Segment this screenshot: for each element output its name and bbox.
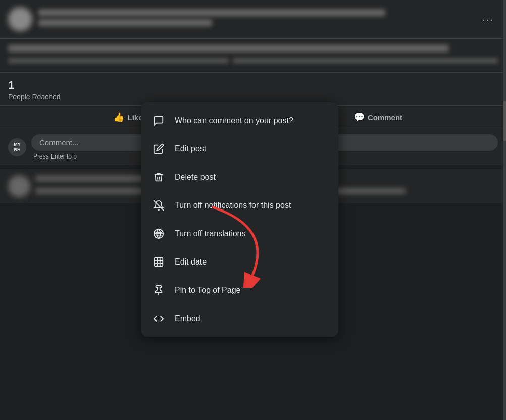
menu-label-who-can-comment: Who can comment on your post? xyxy=(175,116,293,126)
post-header: ··· xyxy=(0,0,506,39)
menu-item-edit-post[interactable]: Edit post xyxy=(141,135,338,163)
menu-label-pin-to-top: Pin to Top of Page xyxy=(175,285,240,296)
menu-item-delete-post[interactable]: Delete post xyxy=(141,163,338,191)
svg-rect-3 xyxy=(155,258,163,267)
scrollbar-thumb[interactable] xyxy=(503,101,506,141)
menu-label-turn-off-notifications: Turn off notifications for this post xyxy=(175,200,291,211)
menu-label-embed: Embed xyxy=(175,313,200,324)
menu-label-delete-post: Delete post xyxy=(175,172,216,183)
menu-item-pin-to-top[interactable]: Pin to Top of Page xyxy=(141,276,338,304)
comment-label: Comment xyxy=(368,113,402,122)
more-options-button[interactable]: ··· xyxy=(478,12,498,27)
menu-label-edit-date: Edit date xyxy=(175,257,207,268)
menu-icon-turn-off-translations xyxy=(149,225,168,243)
commenter-avatar: MY BH xyxy=(8,138,26,156)
avatar xyxy=(8,7,32,31)
dropdown-menu: Who can comment on your post?Edit postDe… xyxy=(141,102,338,337)
menu-icon-edit-post xyxy=(149,140,168,158)
menu-icon-who-can-comment xyxy=(149,112,168,130)
menu-icon-embed xyxy=(149,309,168,328)
like-label: Like xyxy=(127,113,142,122)
people-reached: 1 People Reached xyxy=(8,79,61,101)
menu-label-edit-post: Edit post xyxy=(175,144,206,154)
menu-icon-pin-to-top xyxy=(149,281,168,299)
menu-icon-delete-post xyxy=(149,168,168,186)
menu-item-embed[interactable]: Embed xyxy=(141,304,338,333)
post-below-avatar xyxy=(8,175,30,197)
blurred-body-1 xyxy=(8,45,449,52)
blurred-name xyxy=(38,9,385,16)
menu-icon-edit-date xyxy=(149,253,168,271)
avatar-initials: MY BH xyxy=(14,142,21,153)
reach-label: People Reached xyxy=(8,93,61,101)
menu-item-turn-off-notifications[interactable]: Turn off notifications for this post xyxy=(141,191,338,220)
stats-row: 1 People Reached xyxy=(0,73,506,105)
blurred-subtitle xyxy=(38,19,212,26)
menu-icon-turn-off-notifications xyxy=(149,196,168,215)
comment-icon: 💬 xyxy=(353,112,365,123)
reach-number: 1 xyxy=(8,79,61,92)
scrollbar[interactable] xyxy=(503,0,506,420)
menu-item-edit-date[interactable]: Edit date xyxy=(141,248,338,276)
blurred-body-2 xyxy=(8,58,229,63)
blurred-body-3 xyxy=(233,58,498,63)
like-icon: 👍 xyxy=(113,112,124,123)
menu-item-turn-off-translations[interactable]: Turn off translations xyxy=(141,220,338,248)
post-body xyxy=(0,39,506,73)
menu-item-who-can-comment[interactable]: Who can comment on your post? xyxy=(141,107,338,135)
menu-label-turn-off-translations: Turn off translations xyxy=(175,229,246,239)
post-header-text xyxy=(38,9,472,29)
